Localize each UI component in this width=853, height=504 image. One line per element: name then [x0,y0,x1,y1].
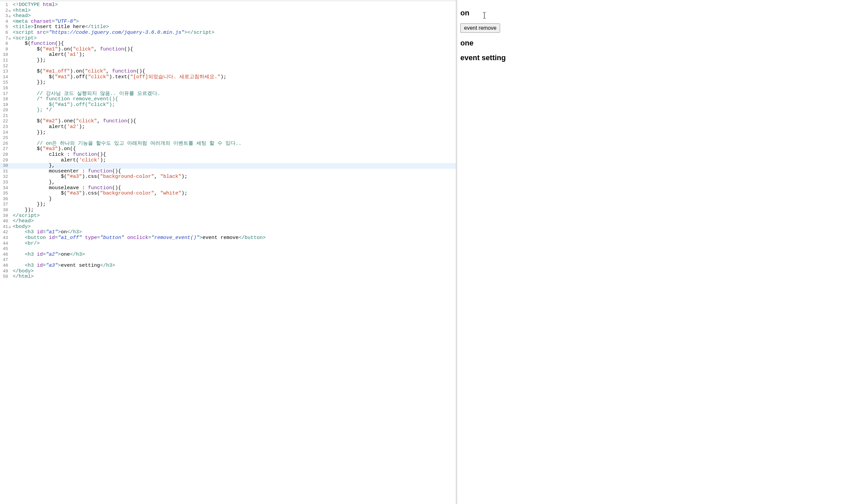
code-line[interactable]: 8 $(function(){ [0,41,456,47]
code-text[interactable]: </html> [12,274,34,280]
code-line[interactable]: 30 }, [0,163,456,169]
code-text[interactable]: <br/> [12,241,40,247]
code-line[interactable]: 5<title>Insert title here</title> [0,24,456,30]
code-text[interactable]: $("#a1").off("click"); [12,102,115,108]
code-text[interactable]: // 강사님 코드 실행되지 않음.. 이유를 모르겠다. [12,91,160,97]
code-text[interactable]: </head> [12,219,34,224]
code-text[interactable]: $("#a2").one("click", function(){ [12,119,136,124]
code-line[interactable]: 19 $("#a1").off("click"); [0,102,456,108]
code-line[interactable]: 21 [0,113,456,119]
code-text[interactable]: alert('a1'); [12,52,85,58]
code-text[interactable]: alert('click'); [12,158,106,163]
code-line[interactable]: 16 [0,86,456,91]
code-text[interactable]: </body> [12,269,34,274]
code-text[interactable]: <script> [12,36,37,41]
code-text[interactable]: <h3 id="a2">one</h3> [12,252,85,258]
code-line[interactable]: 34 mouseleave : function(){ [0,185,456,191]
code-editor-pane[interactable]: 1<!DOCTYPE html>2⊖<html>3⊖<head>4<meta c… [0,0,456,504]
code-line[interactable]: 29 alert('click'); [0,158,456,163]
code-line[interactable]: 15 }); [0,80,456,86]
code-text[interactable]: }); [12,208,34,213]
code-text[interactable]: $("#a3").on({ [12,146,76,152]
code-line[interactable]: 9 $("#a1").on("click", function(){ [0,47,456,53]
code-text[interactable]: }; */ [12,108,52,113]
event-remove-button[interactable]: event remove [460,23,500,33]
code-text[interactable]: mouseenter : function(){ [12,169,121,175]
code-line[interactable]: 2⊖<html> [0,8,456,14]
code-text[interactable]: </script> [12,213,40,219]
code-text[interactable]: $("#a1").off("click").text("[off]되었습니다. … [12,74,226,80]
code-text[interactable]: $("#a1_off").on("click", function(){ [12,69,145,74]
code-line[interactable]: 42 <h3 id="a1">on</h3> [0,230,456,235]
code-text[interactable]: } [12,197,52,202]
fold-toggle-icon[interactable]: ⊖ [9,9,12,14]
code-text[interactable]: }, [12,163,55,169]
code-line[interactable]: 46 <h3 id="a2">one</h3> [0,252,456,258]
code-line[interactable]: 13 $("#a1_off").on("click", function(){ [0,69,456,74]
code-text[interactable]: $(function(){ [12,41,64,47]
code-text[interactable]: <script src="https://code.jquery.com/jqu… [12,30,214,36]
code-text[interactable]: <h3 id="a3">event setting</h3> [12,263,115,269]
code-text[interactable]: <button id="a1_off" type="button" onclic… [12,235,266,241]
fold-toggle-icon[interactable]: ⊖ [9,225,12,231]
code-text[interactable]: mouseleave : function(){ [12,185,121,191]
code-line[interactable]: 22 $("#a2").one("click", function(){ [0,119,456,124]
code-line[interactable]: 40</head> [0,219,456,224]
code-line[interactable]: 7⊖<script> [0,36,456,41]
code-line[interactable]: 45 [0,246,456,252]
code-line[interactable]: 3⊖<head> [0,13,456,19]
code-line[interactable]: 14 $("#a1").off("click").text("[off]되었습니… [0,74,456,80]
code-line[interactable]: 47 [0,257,456,263]
code-line[interactable]: 1<!DOCTYPE html> [0,2,456,8]
code-line[interactable]: 26 // on은 하나의 기능을 할수도 있고 아래처럼 여러개의 이벤트를 … [0,141,456,147]
heading-event-setting[interactable]: event setting [460,53,849,62]
code-area[interactable]: 1<!DOCTYPE html>2⊖<html>3⊖<head>4<meta c… [0,1,456,280]
code-text[interactable]: $("#a3").css("background-color", "black"… [12,174,187,180]
code-line[interactable]: 4<meta charset="UTF-8"> [0,19,456,25]
code-text[interactable]: }); [12,202,46,208]
code-line[interactable]: 39</script> [0,213,456,219]
code-line[interactable]: 36 } [0,197,456,202]
code-text[interactable]: <!DOCTYPE html> [12,2,58,8]
code-text[interactable]: $("#a3").css("background-color", "white"… [12,191,187,197]
code-line[interactable]: 11 }); [0,58,456,64]
code-line[interactable]: 24 }); [0,130,456,136]
heading-one[interactable]: one [460,39,849,48]
code-text[interactable]: <h3 id="a1">on</h3> [12,230,82,235]
code-line[interactable]: 33 }, [0,180,456,185]
code-line[interactable]: 41⊖<body> [0,224,456,230]
code-line[interactable]: 48 <h3 id="a3">event setting</h3> [0,263,456,269]
code-line[interactable]: 50</html> [0,274,456,280]
code-line[interactable]: 18 /* function remove_event(){ [0,96,456,102]
code-text[interactable]: <html> [12,8,31,14]
code-line[interactable]: 23 alert('a2'); [0,124,456,130]
code-text[interactable]: $("#a1").on("click", function(){ [12,47,133,53]
code-line[interactable]: 31 mouseenter : function(){ [0,169,456,175]
code-line[interactable]: 44 <br/> [0,241,456,247]
code-text[interactable]: <title>Insert title here</title> [12,24,109,30]
code-line[interactable]: 17 // 강사님 코드 실행되지 않음.. 이유를 모르겠다. [0,91,456,97]
code-line[interactable]: 10 alert('a1'); [0,52,456,58]
code-text[interactable]: /* function remove_event(){ [12,96,118,102]
code-line[interactable]: 37 }); [0,202,456,208]
code-line[interactable]: 49</body> [0,269,456,274]
fold-toggle-icon[interactable]: ⊖ [9,36,12,42]
code-text[interactable]: <body> [12,224,31,230]
code-text[interactable]: // on은 하나의 기능을 할수도 있고 아래처럼 여러개의 이벤트를 세팅 … [12,141,242,147]
code-text[interactable]: <meta charset="UTF-8"> [12,19,79,25]
code-text[interactable]: alert('a2'); [12,124,85,130]
code-text[interactable]: }, [12,180,55,185]
code-text[interactable]: click : function(){ [12,152,106,158]
code-line[interactable]: 43 <button id="a1_off" type="button" onc… [0,235,456,241]
code-line[interactable]: 27 $("#a3").on({ [0,146,456,152]
code-line[interactable]: 12 [0,64,456,69]
code-line[interactable]: 38 }); [0,208,456,213]
code-text[interactable]: }); [12,58,46,64]
code-text[interactable]: <head> [12,13,31,19]
code-line[interactable]: 28 click : function(){ [0,152,456,158]
code-line[interactable]: 6<script src="https://code.jquery.com/jq… [0,30,456,36]
heading-on[interactable]: on [460,9,849,17]
code-line[interactable]: 25 [0,136,456,141]
code-text[interactable]: }); [12,130,46,136]
code-text[interactable]: }); [12,80,46,86]
